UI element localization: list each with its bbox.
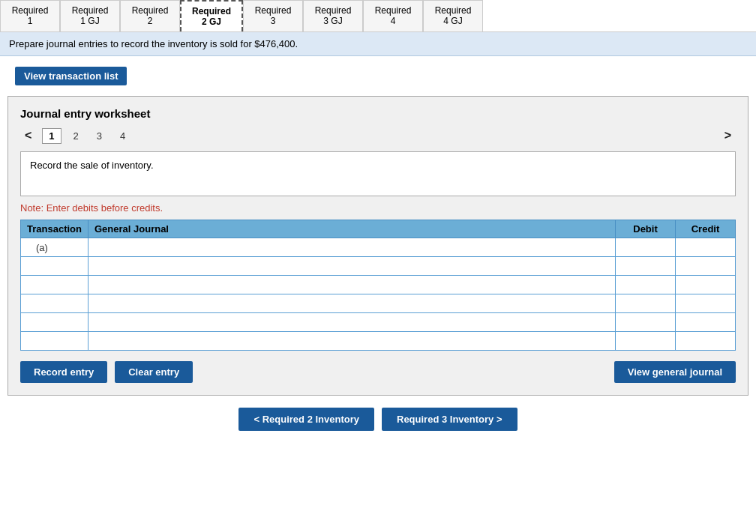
bottom-nav: < Required 2 Inventory Required 3 Invent… (0, 408, 756, 446)
table-row: (a) (21, 238, 736, 257)
prev-step-arrow[interactable]: < (20, 127, 36, 144)
table-row (21, 257, 736, 276)
cell-credit-4[interactable] (676, 294, 736, 313)
cell-journal-3[interactable] (88, 276, 616, 294)
cell-credit-1[interactable] (676, 238, 736, 257)
tab-required-3gj[interactable]: Required 3 GJ (303, 0, 363, 31)
input-debit-3[interactable] (619, 277, 672, 292)
input-debit-2[interactable] (619, 259, 672, 273)
cell-credit-5[interactable] (676, 313, 736, 332)
tab-required-2[interactable]: Required 2 (120, 0, 180, 31)
tab-required-4[interactable]: Required 4 (363, 0, 423, 31)
input-credit-4[interactable] (679, 296, 732, 311)
input-debit-5[interactable] (619, 315, 672, 330)
table-row (21, 276, 736, 294)
view-transaction-button[interactable]: View transaction list (15, 67, 127, 85)
next-required-button[interactable]: Required 3 Inventory > (382, 408, 518, 431)
input-credit-6[interactable] (679, 333, 732, 348)
input-debit-6[interactable] (619, 333, 672, 348)
input-credit-2[interactable] (679, 259, 732, 273)
col-header-credit: Credit (676, 220, 736, 238)
cell-debit-4[interactable] (616, 294, 676, 313)
instruction-text: Prepare journal entries to record the in… (9, 38, 298, 49)
cell-credit-3[interactable] (676, 276, 736, 294)
col-header-general-journal: General Journal (88, 220, 616, 238)
input-journal-6[interactable] (92, 333, 612, 348)
cell-debit-6[interactable] (616, 332, 676, 351)
input-journal-5[interactable] (92, 315, 612, 330)
input-debit-4[interactable] (619, 296, 672, 311)
tab-required-2gj[interactable]: Required 2 GJ (180, 0, 243, 31)
cell-journal-5[interactable] (88, 313, 616, 332)
cell-journal-6[interactable] (88, 332, 616, 351)
cell-credit-6[interactable] (676, 332, 736, 351)
col-header-transaction: Transaction (21, 220, 88, 238)
table-row (21, 294, 736, 313)
cell-debit-3[interactable] (616, 276, 676, 294)
input-credit-5[interactable] (679, 315, 732, 330)
cell-debit-1[interactable] (616, 238, 676, 257)
tab-required-4gj[interactable]: Required 4 GJ (423, 0, 483, 31)
input-journal-1[interactable] (92, 240, 612, 255)
prev-required-button[interactable]: < Required 2 Inventory (238, 408, 374, 431)
cell-journal-1[interactable] (88, 238, 616, 257)
cell-transaction-2 (21, 257, 88, 276)
cell-credit-2[interactable] (676, 257, 736, 276)
description-box: Record the sale of inventory. (20, 151, 736, 196)
tab-bar: Required 1 Required 1 GJ Required 2 Requ… (0, 0, 756, 32)
cell-journal-2[interactable] (88, 257, 616, 276)
input-journal-3[interactable] (92, 277, 612, 292)
cell-debit-5[interactable] (616, 313, 676, 332)
journal-table: Transaction General Journal Debit Credit… (20, 220, 736, 351)
instruction-bar: Prepare journal entries to record the in… (0, 32, 756, 56)
table-row (21, 313, 736, 332)
step-4[interactable]: 4 (114, 129, 131, 143)
cell-transaction-5 (21, 313, 88, 332)
worksheet-container: Journal entry worksheet < 1 2 3 4 > Reco… (8, 96, 748, 396)
record-entry-button[interactable]: Record entry (20, 361, 107, 383)
table-row (21, 332, 736, 351)
input-debit-1[interactable] (619, 240, 672, 255)
step-nav-row: < 1 2 3 4 > (20, 127, 736, 144)
cell-transaction-1: (a) (21, 238, 88, 257)
cell-debit-2[interactable] (616, 257, 676, 276)
step-2[interactable]: 2 (68, 129, 85, 143)
description-text: Record the sale of inventory. (30, 160, 154, 171)
cell-transaction-6 (21, 332, 88, 351)
worksheet-title: Journal entry worksheet (20, 107, 736, 120)
action-buttons-row: Record entry Clear entry View general jo… (20, 361, 736, 383)
input-journal-4[interactable] (92, 296, 612, 311)
tab-required-1[interactable]: Required 1 (0, 0, 60, 31)
next-step-arrow[interactable]: > (720, 127, 736, 144)
cell-journal-4[interactable] (88, 294, 616, 313)
step-3[interactable]: 3 (91, 129, 108, 143)
input-credit-1[interactable] (679, 240, 732, 255)
note-text: Note: Enter debits before credits. (20, 202, 736, 214)
input-credit-3[interactable] (679, 277, 732, 292)
tab-required-1gj[interactable]: Required 1 GJ (60, 0, 120, 31)
tab-required-3[interactable]: Required 3 (243, 0, 303, 31)
view-general-journal-button[interactable]: View general journal (614, 361, 736, 383)
input-journal-2[interactable] (92, 259, 612, 273)
cell-transaction-3 (21, 276, 88, 294)
step-1-active[interactable]: 1 (42, 128, 61, 144)
cell-transaction-4 (21, 294, 88, 313)
col-header-debit: Debit (616, 220, 676, 238)
clear-entry-button[interactable]: Clear entry (115, 361, 193, 383)
